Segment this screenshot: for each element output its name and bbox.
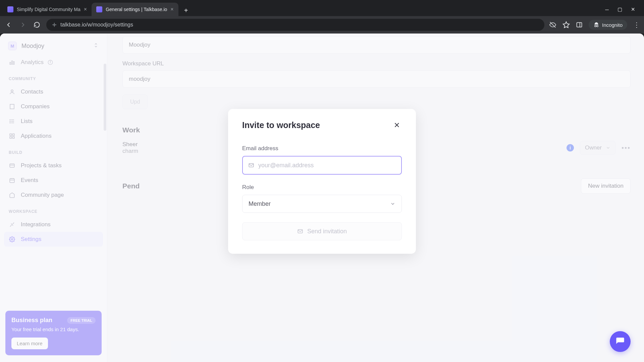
- url-text: talkbase.io/w/moodjoy/settings: [60, 22, 133, 28]
- tab-title: General settings | Talkbase.io: [106, 7, 167, 12]
- maximize-icon[interactable]: ▢: [618, 6, 622, 12]
- field-label: Role: [242, 184, 402, 191]
- email-input[interactable]: [258, 162, 396, 169]
- svg-point-0: [54, 24, 55, 25]
- svg-rect-2: [577, 22, 582, 27]
- tab-close-icon[interactable]: ×: [170, 6, 173, 12]
- side-panel-icon[interactable]: [576, 21, 583, 28]
- favicon-icon: [96, 6, 102, 12]
- reload-button[interactable]: [32, 20, 42, 29]
- page-viewport: M Moodjoy Analytics COMMUNITY Contacts C…: [0, 34, 644, 362]
- send-invitation-button[interactable]: Send invitation: [242, 222, 402, 240]
- window-controls: ─ ▢ ✕: [605, 3, 641, 16]
- chat-icon: [615, 337, 625, 346]
- site-info-icon[interactable]: [52, 22, 57, 27]
- tab-title: Simplify Digital Community Ma: [17, 7, 80, 12]
- invite-modal: Invite to workspace ✕ Email address Role…: [228, 109, 416, 254]
- forward-button[interactable]: [18, 20, 28, 29]
- email-input-wrapper[interactable]: [242, 156, 402, 175]
- incognito-label: Incognito: [602, 22, 623, 28]
- button-label: Send invitation: [307, 228, 347, 235]
- minimize-icon[interactable]: ─: [605, 7, 609, 12]
- svg-point-5: [597, 25, 598, 27]
- field-label: Email address: [242, 145, 402, 152]
- chat-launcher[interactable]: [610, 331, 631, 352]
- mail-icon: [248, 162, 254, 168]
- role-select[interactable]: Member: [242, 195, 402, 213]
- address-bar[interactable]: talkbase.io/w/moodjoy/settings: [46, 19, 544, 31]
- browser-tab[interactable]: Simplify Digital Community Ma ×: [3, 3, 92, 16]
- modal-title: Invite to workspace: [242, 120, 320, 130]
- browser-tab-bar: Simplify Digital Community Ma × General …: [0, 0, 644, 16]
- browser-toolbar: talkbase.io/w/moodjoy/settings Incognito…: [0, 16, 644, 34]
- browser-tab[interactable]: General settings | Talkbase.io ×: [92, 3, 178, 16]
- kebab-menu-icon[interactable]: ⋮: [633, 21, 640, 29]
- bookmark-star-icon[interactable]: [562, 21, 570, 28]
- svg-point-4: [595, 25, 596, 27]
- eye-off-icon[interactable]: [549, 21, 556, 28]
- tab-close-icon[interactable]: ×: [84, 6, 87, 12]
- incognito-icon: [593, 22, 599, 28]
- chevron-down-icon: [390, 201, 395, 206]
- role-value: Member: [249, 200, 271, 207]
- new-tab-button[interactable]: +: [180, 5, 192, 16]
- incognito-badge[interactable]: Incognito: [589, 20, 627, 30]
- favicon-icon: [7, 6, 13, 12]
- close-window-icon[interactable]: ✕: [631, 6, 635, 12]
- mail-send-icon: [297, 228, 303, 234]
- back-button[interactable]: [4, 20, 13, 29]
- close-icon[interactable]: ✕: [392, 120, 402, 130]
